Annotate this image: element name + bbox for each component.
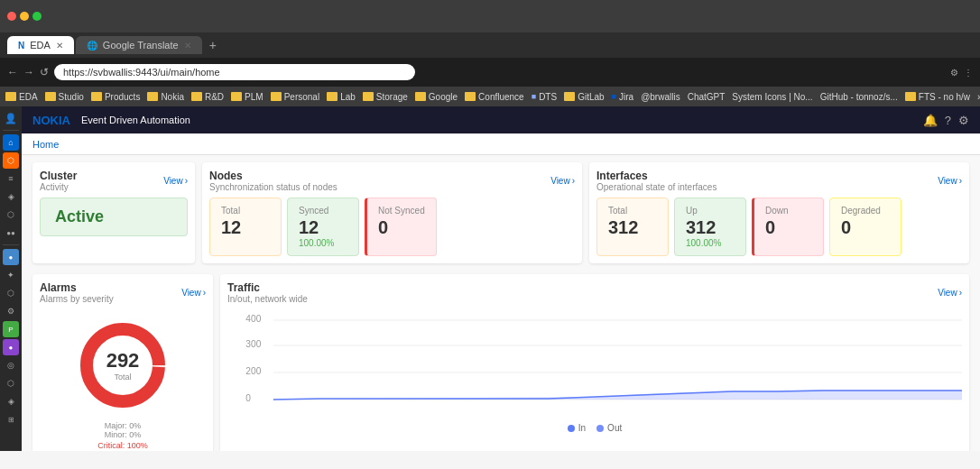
sidebar-item-8[interactable]: ✦: [3, 267, 19, 283]
legend-out-dot: [596, 425, 604, 432]
app-title: Event Driven Automation: [81, 115, 190, 125]
settings-icon[interactable]: ⚙: [958, 114, 969, 127]
minimize-button[interactable]: [20, 12, 29, 21]
help-icon[interactable]: ?: [945, 114, 951, 127]
nodes-synced-card: Synced 12 100.00%: [287, 198, 359, 256]
interfaces-down-label: Down: [765, 206, 812, 216]
traffic-legend: In Out: [227, 423, 962, 433]
sidebar-item-11[interactable]: P: [3, 321, 19, 337]
maximize-button[interactable]: [32, 12, 42, 21]
nodes-notsynced-value: 0: [378, 217, 425, 238]
bookmark-gitlab[interactable]: GitLab: [564, 92, 604, 102]
bookmark-folder-icon: [564, 92, 575, 101]
forward-button[interactable]: →: [23, 66, 34, 78]
tab-favicon: N: [18, 41, 24, 51]
bookmark-folder-icon: [327, 92, 337, 101]
bookmark-confluence[interactable]: Confluence: [465, 92, 524, 102]
bookmark-folder-icon: [271, 92, 282, 101]
svg-text:400: 400: [245, 314, 261, 324]
sidebar-item-16[interactable]: ⊞: [3, 411, 19, 428]
back-button[interactable]: ←: [7, 66, 18, 78]
nodes-title: Nodes: [209, 170, 337, 182]
sidebar-item-14[interactable]: ⬡: [3, 375, 19, 391]
traffic-card: Traffic In/out, network wide View › 400 …: [220, 274, 969, 451]
interfaces-down-card: Down 0: [752, 198, 824, 256]
sidebar-item-5[interactable]: ⬡: [3, 207, 19, 223]
bookmark-system-icons[interactable]: System Icons | No...: [732, 92, 812, 102]
legend-out-label: Out: [607, 423, 622, 433]
extensions-icon[interactable]: ⚙: [950, 68, 958, 78]
sidebar-item-2[interactable]: ⬡: [3, 152, 19, 169]
cluster-status-text: Active: [55, 207, 104, 226]
alarms-view-link[interactable]: View ›: [181, 288, 206, 298]
content-area[interactable]: Cluster Activity View › Active: [22, 155, 980, 451]
bookmark-rd[interactable]: R&D: [191, 92, 224, 102]
interfaces-up-card: Up 312 100.00%: [674, 198, 746, 256]
sidebar-item-13[interactable]: ◎: [3, 357, 19, 373]
nodes-title-group: Nodes Synchronization status of nodes: [209, 170, 337, 192]
tab-close-icon[interactable]: ✕: [56, 41, 63, 51]
alarms-total-label: Total: [106, 372, 140, 382]
bookmark-github[interactable]: GitHub - tonnoz/s...: [820, 92, 898, 102]
nodes-metrics: Total 12 Synced 12 100.00% Not Synced 0: [209, 198, 575, 256]
bookmark-products[interactable]: Products: [91, 92, 140, 102]
nodes-notsynced-card: Not Synced 0: [365, 198, 437, 256]
sidebar-item-6[interactable]: ●●: [3, 225, 19, 241]
tab-translate-close-icon[interactable]: ✕: [184, 41, 191, 51]
alarms-header: Alarms Alarms by severity View ›: [40, 281, 206, 304]
sidebar-item-10[interactable]: ⚙: [3, 303, 19, 319]
cluster-view-link[interactable]: View ›: [163, 176, 188, 186]
interfaces-down-value: 0: [765, 217, 812, 238]
more-icon[interactable]: ⋮: [964, 68, 973, 78]
bookmark-jira[interactable]: ■Jira: [612, 92, 634, 102]
bookmark-icon: ■: [612, 92, 616, 101]
bookmark-google[interactable]: Google: [415, 92, 458, 102]
nav-icons: 🔔 ? ⚙: [923, 114, 969, 127]
sidebar-item-7[interactable]: ●: [3, 249, 19, 265]
new-tab-button[interactable]: +: [204, 38, 222, 52]
tab-translate[interactable]: 🌐 Google Translate ✕: [76, 36, 202, 54]
refresh-button[interactable]: ↺: [40, 66, 49, 78]
bell-icon[interactable]: 🔔: [923, 114, 938, 127]
bookmark-studio[interactable]: Studio: [45, 92, 84, 102]
sidebar-item-home[interactable]: ⌂: [3, 134, 19, 151]
bookmark-chatgpt[interactable]: ChatGPT: [688, 92, 726, 102]
bookmark-storage[interactable]: Storage: [363, 92, 408, 102]
bookmark-folder-icon: [91, 92, 102, 101]
sidebar-item-4[interactable]: ◈: [3, 189, 19, 205]
sidebar-divider2: [3, 244, 19, 245]
traffic-view-link[interactable]: View ›: [938, 288, 962, 298]
close-button[interactable]: [7, 12, 16, 21]
bookmark-folder-icon: [147, 92, 158, 101]
address-input[interactable]: [54, 64, 415, 80]
interfaces-total-label: Total: [608, 206, 657, 216]
traffic-title: Traffic: [227, 281, 308, 294]
bookmark-fts[interactable]: FTS - no h/w: [905, 92, 970, 102]
bookmark-eda[interactable]: EDA: [5, 92, 38, 102]
tab-eda[interactable]: N EDA ✕: [7, 36, 74, 54]
bookmark-plm[interactable]: PLM: [231, 92, 263, 102]
sidebar-item-3[interactable]: ≡: [3, 170, 19, 187]
chevron-right-icon: ›: [572, 176, 575, 186]
svg-text:300: 300: [245, 339, 261, 349]
interfaces-subtitle: Operational state of interfaces: [596, 182, 717, 192]
traffic-chart-area: 400 300 200 0: [227, 311, 962, 419]
chevron-right-icon: ›: [959, 176, 962, 186]
alarms-legend: Major: 0% Minor: 0% Critical: 100%: [40, 421, 206, 450]
sidebar-item-15[interactable]: ◈: [3, 393, 19, 409]
bookmark-dts[interactable]: ■DTS: [532, 92, 557, 102]
bookmark-personal[interactable]: Personal: [271, 92, 319, 102]
bookmark-folder-icon: [363, 92, 374, 101]
bookmark-folder-icon: [191, 92, 202, 101]
nodes-synced-value: 12: [299, 217, 347, 238]
bookmark-lab[interactable]: Lab: [327, 92, 356, 102]
bookmark-nokia[interactable]: Nokia: [147, 92, 184, 102]
nodes-view-link[interactable]: View ›: [550, 176, 575, 186]
sidebar-item-12[interactable]: ●: [3, 339, 19, 355]
bookmark-brwallis[interactable]: @brwallis: [641, 92, 680, 102]
traffic-header: Traffic In/out, network wide View ›: [227, 281, 962, 304]
interfaces-view-link[interactable]: View ›: [938, 176, 962, 186]
sidebar-item-9[interactable]: ⬡: [3, 285, 19, 301]
tab-translate-label: Google Translate: [103, 40, 179, 51]
nodes-subtitle: Synchronization status of nodes: [209, 182, 337, 192]
